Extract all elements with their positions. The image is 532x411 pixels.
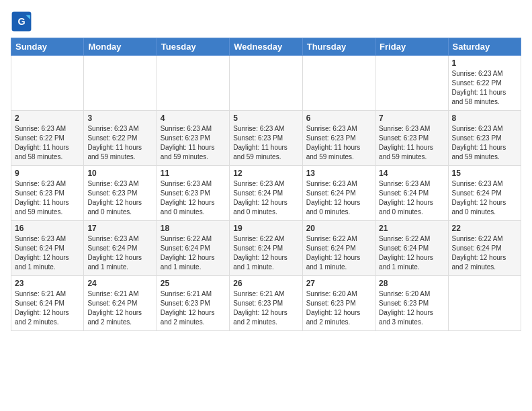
day-info: Sunrise: 6:23 AM Sunset: 6:23 PM Dayligh…: [161, 124, 226, 162]
calendar-cell: 1Sunrise: 6:23 AM Sunset: 6:22 PM Daylig…: [448, 56, 521, 111]
week-row-3: 9Sunrise: 6:23 AM Sunset: 6:23 PM Daylig…: [11, 166, 521, 221]
weekday-header-sunday: Sunday: [11, 38, 84, 56]
calendar-cell: 8Sunrise: 6:23 AM Sunset: 6:23 PM Daylig…: [448, 111, 521, 166]
weekday-header-thursday: Thursday: [302, 38, 375, 56]
day-info: Sunrise: 6:21 AM Sunset: 6:24 PM Dayligh…: [15, 289, 80, 327]
day-number: 25: [161, 279, 226, 288]
day-number: 26: [233, 279, 298, 288]
day-number: 8: [452, 113, 517, 123]
day-info: Sunrise: 6:23 AM Sunset: 6:23 PM Dayligh…: [306, 124, 371, 162]
calendar-cell: 20Sunrise: 6:22 AM Sunset: 6:24 PM Dayli…: [302, 221, 375, 276]
day-info: Sunrise: 6:23 AM Sunset: 6:24 PM Dayligh…: [306, 179, 371, 217]
day-number: 23: [15, 279, 80, 288]
day-number: 12: [233, 169, 298, 178]
day-number: 3: [87, 113, 152, 123]
calendar-cell: 18Sunrise: 6:22 AM Sunset: 6:24 PM Dayli…: [157, 221, 229, 276]
calendar-cell: [11, 56, 84, 111]
calendar-cell: 25Sunrise: 6:21 AM Sunset: 6:23 PM Dayli…: [157, 276, 229, 331]
weekday-header-saturday: Saturday: [448, 38, 521, 56]
calendar-cell: 9Sunrise: 6:23 AM Sunset: 6:23 PM Daylig…: [11, 166, 84, 221]
calendar-cell: [375, 56, 448, 111]
calendar-cell: 10Sunrise: 6:23 AM Sunset: 6:23 PM Dayli…: [84, 166, 157, 221]
day-number: 9: [15, 169, 80, 178]
day-info: Sunrise: 6:23 AM Sunset: 6:23 PM Dayligh…: [15, 179, 80, 217]
day-number: 10: [87, 169, 152, 178]
day-number: 22: [452, 224, 517, 233]
calendar-cell: 16Sunrise: 6:23 AM Sunset: 6:24 PM Dayli…: [11, 221, 84, 276]
day-number: 15: [452, 169, 517, 178]
day-number: 19: [233, 224, 298, 233]
calendar-cell: 6Sunrise: 6:23 AM Sunset: 6:23 PM Daylig…: [302, 111, 375, 166]
day-number: 24: [87, 279, 152, 288]
day-info: Sunrise: 6:23 AM Sunset: 6:24 PM Dayligh…: [15, 234, 80, 272]
calendar-cell: [448, 276, 521, 331]
day-number: 20: [306, 224, 371, 233]
day-info: Sunrise: 6:23 AM Sunset: 6:24 PM Dayligh…: [379, 179, 444, 217]
calendar-cell: 3Sunrise: 6:23 AM Sunset: 6:22 PM Daylig…: [84, 111, 157, 166]
day-number: 5: [233, 113, 298, 123]
calendar-cell: 23Sunrise: 6:21 AM Sunset: 6:24 PM Dayli…: [11, 276, 84, 331]
day-number: 21: [379, 224, 444, 233]
day-info: Sunrise: 6:23 AM Sunset: 6:24 PM Dayligh…: [452, 179, 517, 217]
calendar-cell: 21Sunrise: 6:22 AM Sunset: 6:24 PM Dayli…: [375, 221, 448, 276]
week-row-5: 23Sunrise: 6:21 AM Sunset: 6:24 PM Dayli…: [11, 276, 521, 331]
calendar-cell: 11Sunrise: 6:23 AM Sunset: 6:23 PM Dayli…: [157, 166, 229, 221]
calendar-cell: 7Sunrise: 6:23 AM Sunset: 6:23 PM Daylig…: [375, 111, 448, 166]
day-info: Sunrise: 6:23 AM Sunset: 6:24 PM Dayligh…: [233, 179, 298, 217]
calendar-cell: 24Sunrise: 6:21 AM Sunset: 6:24 PM Dayli…: [84, 276, 157, 331]
calendar-cell: 28Sunrise: 6:20 AM Sunset: 6:23 PM Dayli…: [375, 276, 448, 331]
week-row-4: 16Sunrise: 6:23 AM Sunset: 6:24 PM Dayli…: [11, 221, 521, 276]
day-number: 16: [15, 224, 80, 233]
day-number: 18: [161, 224, 226, 233]
day-info: Sunrise: 6:23 AM Sunset: 6:22 PM Dayligh…: [15, 124, 80, 162]
logo-icon: G: [11, 11, 32, 32]
day-info: Sunrise: 6:22 AM Sunset: 6:24 PM Dayligh…: [233, 234, 298, 272]
calendar-table: SundayMondayTuesdayWednesdayThursdayFrid…: [11, 38, 521, 331]
day-number: 14: [379, 169, 444, 178]
day-info: Sunrise: 6:20 AM Sunset: 6:23 PM Dayligh…: [379, 289, 444, 327]
calendar-cell: 2Sunrise: 6:23 AM Sunset: 6:22 PM Daylig…: [11, 111, 84, 166]
calendar-cell: 22Sunrise: 6:22 AM Sunset: 6:24 PM Dayli…: [448, 221, 521, 276]
calendar-cell: 27Sunrise: 6:20 AM Sunset: 6:23 PM Dayli…: [302, 276, 375, 331]
day-info: Sunrise: 6:23 AM Sunset: 6:23 PM Dayligh…: [161, 179, 226, 217]
day-info: Sunrise: 6:23 AM Sunset: 6:23 PM Dayligh…: [233, 124, 298, 162]
calendar-cell: 14Sunrise: 6:23 AM Sunset: 6:24 PM Dayli…: [375, 166, 448, 221]
day-info: Sunrise: 6:23 AM Sunset: 6:22 PM Dayligh…: [87, 124, 152, 162]
day-number: 17: [87, 224, 152, 233]
day-number: 4: [161, 113, 226, 123]
day-number: 6: [306, 113, 371, 123]
calendar-cell: 13Sunrise: 6:23 AM Sunset: 6:24 PM Dayli…: [302, 166, 375, 221]
day-info: Sunrise: 6:23 AM Sunset: 6:23 PM Dayligh…: [87, 179, 152, 217]
weekday-header-friday: Friday: [375, 38, 448, 56]
page-header: G: [11, 11, 521, 32]
day-info: Sunrise: 6:23 AM Sunset: 6:24 PM Dayligh…: [87, 234, 152, 272]
day-number: 7: [379, 113, 444, 123]
svg-text:G: G: [17, 16, 25, 27]
day-info: Sunrise: 6:22 AM Sunset: 6:24 PM Dayligh…: [161, 234, 226, 272]
calendar-cell: [157, 56, 229, 111]
logo: G: [11, 11, 35, 32]
calendar-cell: 4Sunrise: 6:23 AM Sunset: 6:23 PM Daylig…: [157, 111, 229, 166]
calendar-cell: 5Sunrise: 6:23 AM Sunset: 6:23 PM Daylig…: [230, 111, 302, 166]
week-row-2: 2Sunrise: 6:23 AM Sunset: 6:22 PM Daylig…: [11, 111, 521, 166]
day-info: Sunrise: 6:23 AM Sunset: 6:22 PM Dayligh…: [452, 69, 517, 107]
day-number: 11: [161, 169, 226, 178]
calendar-cell: 15Sunrise: 6:23 AM Sunset: 6:24 PM Dayli…: [448, 166, 521, 221]
day-number: 1: [452, 58, 517, 68]
calendar-cell: 19Sunrise: 6:22 AM Sunset: 6:24 PM Dayli…: [230, 221, 302, 276]
calendar-cell: [302, 56, 375, 111]
weekday-header-row: SundayMondayTuesdayWednesdayThursdayFrid…: [11, 38, 521, 56]
weekday-header-wednesday: Wednesday: [230, 38, 302, 56]
calendar-cell: 26Sunrise: 6:21 AM Sunset: 6:23 PM Dayli…: [230, 276, 302, 331]
calendar-cell: [230, 56, 302, 111]
day-info: Sunrise: 6:23 AM Sunset: 6:23 PM Dayligh…: [379, 124, 444, 162]
day-info: Sunrise: 6:21 AM Sunset: 6:23 PM Dayligh…: [233, 289, 298, 327]
weekday-header-monday: Monday: [84, 38, 157, 56]
week-row-1: 1Sunrise: 6:23 AM Sunset: 6:22 PM Daylig…: [11, 56, 521, 111]
day-info: Sunrise: 6:22 AM Sunset: 6:24 PM Dayligh…: [452, 234, 517, 272]
day-number: 28: [379, 279, 444, 288]
day-info: Sunrise: 6:20 AM Sunset: 6:23 PM Dayligh…: [306, 289, 371, 327]
day-info: Sunrise: 6:21 AM Sunset: 6:24 PM Dayligh…: [87, 289, 152, 327]
calendar-cell: [84, 56, 157, 111]
day-number: 13: [306, 169, 371, 178]
